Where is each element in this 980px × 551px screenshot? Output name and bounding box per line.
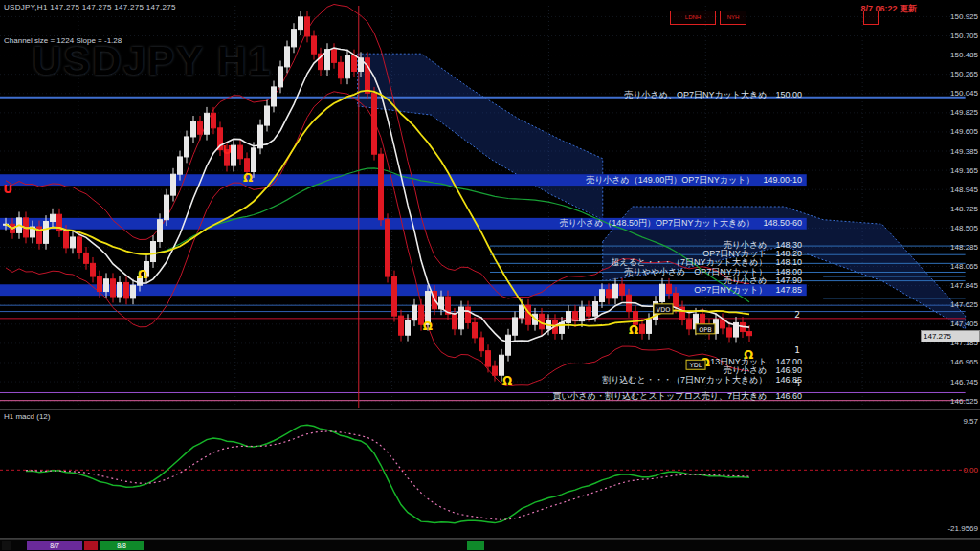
price-axis-label: 150.925: [950, 12, 978, 21]
macd-axis-label: 9.57: [963, 417, 978, 426]
candle-up: [118, 282, 122, 297]
omega-marker: Ω: [502, 374, 512, 387]
candle-down: [198, 121, 203, 134]
timeline-bar: 8/78/8: [0, 539, 980, 551]
candle-up: [345, 55, 350, 78]
candle-down: [747, 332, 752, 336]
candle-up: [292, 30, 297, 47]
candle-down: [305, 17, 310, 36]
candle-up: [44, 222, 49, 244]
candle-down: [78, 237, 82, 253]
price-axis-label: 148.065: [950, 262, 978, 271]
candle-up: [520, 305, 524, 318]
price-axis-label: 147.405: [950, 320, 978, 328]
candle-down: [399, 316, 404, 335]
macd-axis-label: 0.00: [963, 466, 978, 474]
omega-marker: Ω: [423, 320, 433, 333]
candle-up: [104, 279, 109, 292]
candle-down: [379, 154, 384, 219]
timeline-segment: 8/7: [27, 541, 82, 550]
signal-marker: U: [3, 183, 12, 196]
price-axis-label: 149.165: [950, 166, 978, 175]
price-axis-label: 148.945: [950, 186, 978, 194]
price-axis-label: 147.625: [950, 300, 978, 309]
candle-down: [453, 314, 457, 329]
candle-down: [620, 284, 625, 295]
candle-up: [71, 237, 76, 248]
candle-up: [660, 284, 665, 301]
timeline-segment: [2, 541, 11, 550]
count-marker: 2: [794, 310, 800, 320]
omega-marker: Ω: [138, 268, 147, 281]
price-axis-label: 147.845: [950, 281, 978, 290]
candle-down: [587, 307, 591, 316]
timeline-segment: [467, 541, 484, 550]
candle-up: [299, 17, 303, 30]
candle-up: [613, 284, 618, 298]
candle-down: [352, 55, 357, 71]
candle-up: [406, 320, 411, 336]
omega-marker: Ω: [744, 348, 753, 362]
candle-down: [98, 276, 102, 292]
candle-down: [473, 322, 478, 338]
candle-down: [640, 324, 645, 333]
candle-up: [580, 307, 585, 321]
candle-down: [674, 293, 679, 307]
candle-down: [312, 36, 317, 54]
pivot-label-text: VDO: [657, 306, 671, 314]
candle-down: [111, 279, 116, 297]
candle-down: [84, 253, 89, 263]
price-axis-label: 146.525: [950, 397, 978, 406]
session-marker-box: [863, 11, 879, 25]
price-axis-label: 146.745: [950, 378, 978, 386]
candle-down: [339, 62, 344, 77]
price-axis-label: 150.045: [950, 89, 978, 98]
candle-up: [191, 121, 196, 137]
current-price-tag: 147.275: [921, 330, 980, 342]
candle-down: [667, 284, 672, 293]
channel-info: Channel size = 1224 Slope = -1.28: [4, 36, 122, 45]
candle-up: [165, 195, 169, 220]
candle-up: [205, 113, 210, 134]
omega-marker: Ω: [629, 323, 638, 337]
candle-down: [124, 282, 129, 298]
timeline-segment: 8/8: [100, 541, 144, 550]
candle-down: [386, 220, 390, 276]
candle-up: [171, 174, 176, 195]
timeline-segment: [84, 541, 98, 550]
candle-up: [513, 318, 518, 335]
candle-up: [647, 320, 652, 334]
price-axis-label: 150.265: [950, 70, 978, 78]
candle-up: [131, 285, 136, 298]
candle-down: [607, 290, 612, 298]
candle-up: [252, 148, 256, 172]
candle-down: [486, 351, 491, 366]
candle-up: [185, 137, 189, 157]
macd-signal-line: [26, 431, 749, 519]
candle-up: [500, 355, 504, 375]
candle-up: [506, 335, 511, 355]
candle-up: [272, 87, 277, 106]
price-axis[interactable]: 146.525146.745146.965147.185147.405147.6…: [921, 0, 980, 539]
candle-down: [372, 93, 377, 154]
candle-up: [412, 305, 417, 320]
candle-down: [493, 366, 498, 375]
signal-marker: U: [222, 143, 232, 157]
candle-down: [245, 159, 250, 172]
mt4-chart-window: USDJPY,H1 147.275 147.275 147.275 147.27…: [0, 0, 980, 551]
candle-down: [332, 50, 337, 63]
candle-down: [680, 307, 685, 320]
candle-down: [466, 307, 471, 322]
candle-down: [727, 328, 732, 337]
candle-up: [51, 214, 56, 221]
datetime-suffix: 更新: [900, 4, 917, 13]
candle-up: [232, 145, 236, 165]
pivot-label-text: YDL: [689, 362, 702, 369]
price-axis-label: 148.505: [950, 224, 978, 232]
candle-up: [593, 302, 598, 317]
count-marker: 1: [794, 345, 800, 355]
candle-down: [479, 338, 484, 351]
candle-down: [392, 276, 397, 316]
candle-down: [687, 320, 692, 329]
price-axis-label: 148.725: [950, 205, 978, 213]
